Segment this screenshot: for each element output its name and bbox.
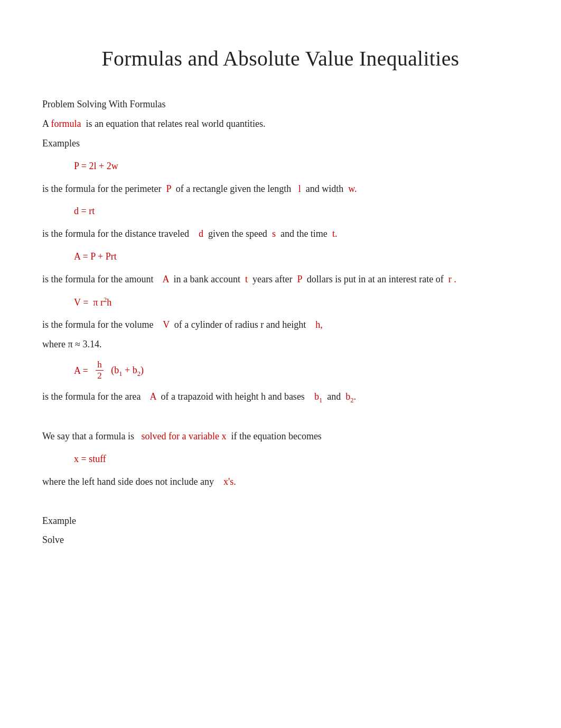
solved-intro: We say that a formula is solved for a va… <box>42 429 519 444</box>
formula1-block: P = 2l + 2w <box>74 159 519 174</box>
page-title: Formulas and Absolute Value Inequalities <box>42 42 519 76</box>
formula1-l: l <box>298 183 301 194</box>
example-label: Example <box>42 513 519 529</box>
formula4-desc: is the formula for the volume V of a cyl… <box>42 317 519 333</box>
intro-formula-line: A formula is an equation that relates re… <box>42 116 519 132</box>
formula3-t: t <box>245 274 248 284</box>
solve-label: Solve <box>42 532 519 548</box>
formula5-fraction: h 2 <box>96 360 104 382</box>
formula2-d: d <box>199 228 203 239</box>
formula5-denom: 2 <box>96 371 104 382</box>
formula4-h: h, <box>315 319 323 330</box>
formula5-pre: A = <box>74 363 88 379</box>
formula-word: formula <box>51 118 81 129</box>
solved-variable-phrase: solved for a variable x <box>142 431 227 441</box>
formula4-text: V = π r2h <box>74 297 111 308</box>
formula5-post: (b1 + b2) <box>111 363 144 379</box>
formula2-t: t. <box>332 228 338 239</box>
formula5-block: A = h 2 (b1 + b2) <box>74 360 519 382</box>
formula1-w: w. <box>348 183 357 194</box>
formula3-r: r . <box>448 274 456 284</box>
intro-post: is an equation that relates real world q… <box>86 118 266 129</box>
formula4-V: V <box>163 319 170 330</box>
examples-label: Examples <box>42 136 519 151</box>
formula5-b1: b1 <box>314 391 322 402</box>
formula3-text: A = P + Prt <box>74 251 117 262</box>
formula2-desc: is the formula for the distance traveled… <box>42 226 519 242</box>
formula3-P: P <box>297 274 302 284</box>
formula2-block: d = rt <box>74 204 519 219</box>
formula-x-text: x = stuff <box>74 454 106 464</box>
section-heading: Problem Solving With Formulas <box>42 97 519 112</box>
formula3-block: A = P + Prt <box>74 249 519 264</box>
formula2-text: d = rt <box>74 206 95 216</box>
formula3-A: A <box>162 274 169 284</box>
formula3-desc: is the formula for the amount A in a ban… <box>42 272 519 287</box>
formula1-P: P <box>166 183 171 194</box>
formula5-numer: h <box>96 360 104 371</box>
formula4-block: V = π r2h <box>74 294 519 310</box>
formula-x-block: x = stuff <box>74 451 519 467</box>
formula5-A: A <box>149 391 156 402</box>
solved-xs: x's. <box>223 476 236 487</box>
formula2-s: s <box>272 228 276 239</box>
formula5-desc: is the formula for the area A of a trapa… <box>42 389 519 406</box>
formula5-b2: b2. <box>345 391 356 402</box>
solved-desc: where the left hand side does not includ… <box>42 474 519 490</box>
intro-pre: A <box>42 118 49 129</box>
formula1-text: P = 2l + 2w <box>74 161 118 171</box>
formula4-where: where π ≈ 3.14. <box>42 337 519 352</box>
formula1-desc: is the formula for the perimeter P of a … <box>42 181 519 197</box>
